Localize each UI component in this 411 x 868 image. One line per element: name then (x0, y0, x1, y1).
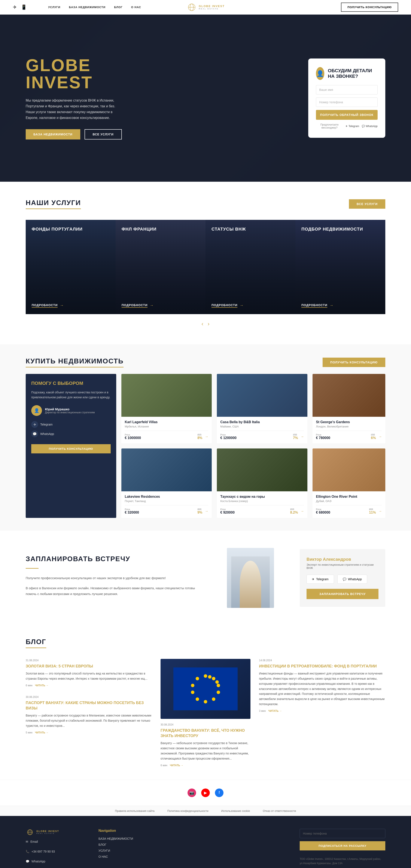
hero-form-submit-button[interactable]: ПОЛУЧИТЬ ОБРАТНЫЙ ЗВОНОК (316, 110, 378, 120)
whatsapp-label: WhatsApp (366, 125, 378, 128)
service-card-link-1[interactable]: ПОДРОБНОСТИ (32, 303, 58, 308)
sidebar-whatsapp-link[interactable]: 💬 WhatsApp (31, 431, 111, 437)
facebook-icon[interactable]: f (215, 788, 224, 797)
footer-link-4[interactable]: Отказ от ответственности (263, 809, 296, 812)
property-arrow-4[interactable]: → (205, 509, 208, 513)
blog-left-column: 31.08.2024 ЗОЛОТАЯ ВИЗА: 5 СТРАН ЕВРОПЫ … (26, 659, 152, 767)
property-consult-button[interactable]: ПОЛУЧИТЬ КОНСУЛЬТАЦИЮ (322, 358, 385, 367)
property-card-1[interactable]: Karl Lagerfeld Villas Мрбелья, Испания P… (122, 374, 212, 443)
property-name-4: Lakeview Residences (125, 495, 208, 499)
footer-nav-2[interactable]: БЛОГ (99, 843, 186, 846)
hero-telegram-link[interactable]: ✈ Telegram (345, 125, 359, 128)
property-card-6[interactable]: Ellington One River Point Дубай, ОАЭ Pri… (312, 448, 385, 518)
hero-buttons: БАЗА НЕДВИЖИМОСТИ ВСЕ УСЛУГИ (26, 129, 124, 140)
footer-email[interactable]: ✉ Email (26, 840, 85, 843)
service-card-link-4[interactable]: ПОДРОБНОСТИ (301, 303, 327, 308)
footer-link-2[interactable]: Политика конфиденциальности (167, 809, 208, 812)
footer-nav-1[interactable]: БАЗА НЕДВИЖИМОСТИ (99, 837, 186, 840)
whatsapp-header-icon[interactable]: 📱 (21, 4, 27, 10)
roi-block-2: IRR 7% (293, 433, 298, 440)
all-services-button[interactable]: ВСЕ УСЛУГИ (349, 199, 385, 209)
meeting-title: ЗАПЛАНИРОВАТЬ ВСТРЕЧУ (26, 555, 201, 563)
property-card-4[interactable]: Lakeview Residences Пхукет, Таиланд Pric… (122, 448, 212, 518)
svg-point-5 (212, 677, 215, 680)
service-card-3[interactable]: СТАТУСЫ ВНЖ ПОДРОБНОСТИ → (205, 220, 296, 314)
meeting-telegram-label: Telegram (316, 578, 329, 581)
footer-link-3[interactable]: Использование cookie (221, 809, 250, 812)
footer-link-1[interactable]: Правила использования сайта (115, 809, 155, 812)
meeting-center (218, 548, 282, 608)
services-title-block: НАШИ УСЛУГИ (26, 199, 81, 209)
property-price-6: € 680000 (316, 510, 330, 515)
footer-whatsapp[interactable]: 💬 WhatsApp (26, 860, 85, 863)
youtube-icon[interactable]: ▶ (201, 788, 210, 797)
property-card-3[interactable]: St George's Gardens Лондон, Великобритан… (312, 374, 385, 443)
footer-nav-4[interactable]: О НАС (99, 855, 186, 858)
footer-phone-input[interactable] (300, 829, 385, 838)
meeting-whatsapp-button[interactable]: 💬 WhatsApp (337, 575, 367, 584)
sidebar-telegram-link[interactable]: ✈ Telegram (31, 421, 111, 428)
carousel-next-button[interactable]: › (208, 320, 210, 327)
meeting-telegram-button[interactable]: ✈ Telegram (307, 575, 334, 584)
hero-whatsapp-link[interactable]: 💬 WhatsApp (362, 125, 378, 128)
footer-links: Правила использования сайта Политика кон… (0, 806, 411, 816)
service-card-content-1: ФОНДЫ ПОРТУГАЛИИ ПОДРОБНОСТИ → (26, 220, 115, 314)
hero-services-button[interactable]: ВСЕ УСЛУГИ (84, 129, 122, 140)
property-roi-1: 8% (197, 436, 202, 440)
service-card-4[interactable]: ПОДБОР НЕДВИЖИМОСТИ ПОДРОБНОСТИ → (296, 220, 385, 314)
hero-properties-button[interactable]: БАЗА НЕДВИЖИМОСТИ (26, 129, 80, 140)
property-card-5[interactable]: Таунхаус с видом на горы Коста Бланка (с… (217, 448, 307, 518)
telegram-icon: ✈ (345, 125, 348, 128)
blog-title-1[interactable]: ЗОЛОТАЯ ВИЗА: 5 СТРАН ЕВРОПЫ (26, 663, 152, 669)
nav-properties[interactable]: БАЗА НЕДВИЖИМОСТИ (69, 6, 106, 9)
property-image-6 (312, 448, 385, 491)
meeting-whatsapp-icon: 💬 (343, 578, 346, 581)
service-card-title-1: ФОНДЫ ПОРТУГАЛИИ (32, 226, 110, 232)
footer-nav-3[interactable]: УСЛУГИ (99, 849, 186, 852)
property-arrow-5[interactable]: → (301, 509, 304, 513)
property-arrow-1[interactable]: → (205, 435, 208, 439)
property-arrow-2[interactable]: → (301, 435, 304, 439)
service-card-title-2: ФНЛ ФРАНЦИИ (122, 226, 200, 232)
blog-date-3: 30.08.2024 (161, 723, 250, 726)
sidebar-consult-button[interactable]: ПОЛУЧИТЬ КОНСУЛЬТАЦИЮ (31, 444, 111, 454)
svg-point-13 (196, 677, 199, 680)
service-card-arrow-3: → (240, 303, 243, 308)
service-card-2[interactable]: ФНЛ ФРАНЦИИ ПОДРОБНОСТИ → (115, 220, 205, 314)
blog-read-link-2[interactable]: ЧИТАТЬ → (35, 731, 48, 734)
blog-read-link-3[interactable]: ЧИТАТЬ → (170, 764, 183, 767)
footer-nav: Navigation БАЗА НЕДВИЖИМОСТИ БЛОГ УСЛУГИ… (99, 829, 186, 868)
blog-title-3[interactable]: ГРАЖДАНСТВО ВАНУАТУ: ВСЁ, ЧТО НУЖНО ЗНАТ… (161, 728, 250, 739)
nav-about[interactable]: О НАС (131, 6, 141, 9)
nav-blog[interactable]: БЛОГ (114, 6, 123, 9)
service-card-link-3[interactable]: ПОДРОБНОСТИ (211, 303, 237, 308)
property-arrow-3[interactable]: → (378, 435, 382, 439)
service-card-1[interactable]: ФОНДЫ ПОРТУГАЛИИ ПОДРОБНОСТИ → (26, 220, 115, 314)
svg-point-10 (196, 698, 199, 701)
instagram-icon[interactable]: 📷 (187, 788, 196, 797)
blog-title-4[interactable]: ИНВЕСТИЦИИ В РЕТРОАВТОМОБИЛЕ: ФОНД В ПОР… (259, 663, 385, 669)
sidebar-description: Подскажу, какой объект лучшего качества … (31, 390, 111, 400)
meeting-submit-button[interactable]: ЗАПЛАНИРОВАТЬ ВСТРЕЧУ (307, 589, 378, 599)
property-card-2[interactable]: Casa Bella by B&B Italia Майами, США Pri… (217, 374, 307, 443)
hero-form-phone-input[interactable] (316, 97, 378, 107)
property-location-6: Дубай, ОАЭ (316, 499, 382, 503)
carousel-prev-button[interactable]: ‹ (201, 320, 203, 327)
header-consult-button[interactable]: ПОЛУЧИТЬ КОНСУЛЬТАЦИЮ (341, 3, 398, 12)
service-card-link-2[interactable]: ПОДРОБНОСТИ (122, 303, 147, 308)
service-card-footer-2: ПОДРОБНОСТИ → (122, 303, 200, 308)
property-stats-1: Price € 1000000 IRR 8% → (125, 431, 208, 440)
hero-form-name-input[interactable] (316, 85, 378, 94)
blog-read-link-4[interactable]: ЧИТАТЬ → (268, 709, 282, 712)
service-card-title-3: СТАТУСЫ ВНЖ (211, 226, 289, 232)
nav-services[interactable]: УСЛУГИ (48, 6, 60, 9)
telegram-header-icon[interactable]: ✈ (13, 4, 17, 10)
property-info-4: Lakeview Residences Пхукет, Таиланд Pric… (122, 491, 212, 518)
property-arrow-6[interactable]: → (378, 509, 382, 513)
blog-read-link-1[interactable]: ЧИТАТЬ → (35, 684, 48, 687)
footer-subscribe-button[interactable]: ПОДПИСАТЬСЯ НА РАССЫЛКУ (300, 841, 385, 850)
footer-phone[interactable]: 📞 +34 697 79 90 93 (26, 850, 85, 853)
property-section-header: КУПИТЬ НЕДВИЖИМОСТЬ ПОЛУЧИТЬ КОНСУЛЬТАЦИ… (26, 357, 385, 368)
property-sidebar: ПОМОГУ С ВЫБОРОМ Подскажу, какой объект … (26, 374, 116, 518)
blog-title-2[interactable]: ПАСПОРТ ВАНУАТУ: КАКИЕ СТРАНЫ МОЖНО ПОСЕ… (26, 700, 152, 711)
